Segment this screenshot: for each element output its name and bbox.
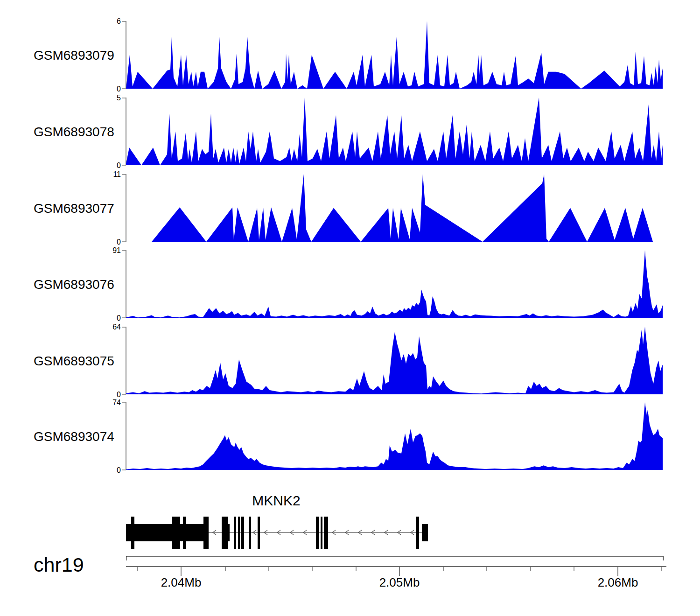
y-axis-zero-label: 0	[93, 314, 121, 322]
signal-area-plot	[119, 98, 663, 166]
y-axis-max-label: 11	[93, 170, 121, 179]
y-axis-zero-label: 0	[93, 238, 121, 246]
track-row-gsm6893074: GSM6893074 74 0	[0, 402, 700, 471]
track-label: GSM6893075	[34, 354, 114, 369]
signal-area-plot	[119, 174, 663, 243]
track-row-gsm6893078: GSM6893078 5 0	[0, 98, 700, 166]
axis-tick-label: 2.06Mb	[598, 575, 638, 590]
genome-browser-figure: GSM6893079 6 0 GSM6893078 5 0 GSM6893077…	[0, 0, 700, 616]
track-row-gsm6893075: GSM6893075 64 0	[0, 327, 700, 395]
y-axis-zero-label: 0	[93, 391, 121, 399]
signal-area-plot	[119, 21, 663, 90]
track-row-gsm6893079: GSM6893079 6 0	[0, 21, 700, 90]
track-label: GSM6893074	[34, 429, 114, 444]
track-row-gsm6893076: GSM6893076 91 0	[0, 250, 700, 319]
gene-name-label: MKNK2	[252, 493, 300, 509]
axis-tick-label: 2.05Mb	[379, 575, 420, 590]
y-axis-max-label: 74	[93, 399, 121, 407]
y-axis-zero-label: 0	[93, 466, 121, 475]
y-axis-max-label: 91	[93, 246, 121, 255]
track-label: GSM6893076	[34, 277, 114, 292]
track-label: GSM6893079	[34, 48, 114, 63]
track-label: GSM6893078	[34, 125, 114, 140]
y-axis-max-label: 64	[93, 323, 121, 331]
signal-area-plot	[119, 327, 663, 395]
track-label: GSM6893077	[34, 201, 114, 216]
signal-area-plot	[119, 402, 663, 471]
y-axis-zero-label: 0	[93, 161, 121, 170]
genome-axis	[126, 554, 674, 578]
chromosome-label: chr19	[34, 553, 84, 576]
y-axis-max-label: 6	[93, 17, 121, 26]
y-axis-max-label: 5	[93, 94, 121, 102]
y-axis-zero-label: 0	[93, 85, 121, 93]
signal-area-plot	[119, 250, 663, 319]
gene-model	[126, 511, 667, 554]
axis-tick-label: 2.04Mb	[161, 575, 202, 590]
track-row-gsm6893077: GSM6893077 11 0	[0, 174, 700, 243]
